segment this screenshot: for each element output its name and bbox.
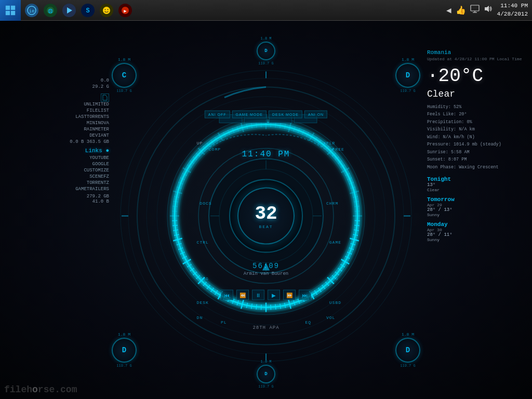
bottom-center-circle: D (257, 365, 275, 383)
taskbar-icon-3[interactable] (62, 4, 76, 17)
svg-marker-8 (67, 7, 72, 14)
svg-rect-0 (6, 5, 10, 9)
link-item[interactable]: GOOGLE (5, 162, 109, 167)
top-circle-size: 119.7 G (258, 61, 273, 65)
taskbar-icon-red[interactable]: ▶ (118, 4, 132, 17)
stat-item: 0.0 B 363.5 GB (5, 139, 109, 144)
svg-marker-18 (485, 6, 489, 12)
weather-details: Humidity: 52% Feels Like: 20° Precipitat… (427, 103, 526, 171)
taskbar-icon-2[interactable]: 🌐 (44, 4, 57, 17)
right-top-circle: D (395, 63, 420, 88)
ani-off-button[interactable]: ANI OFF (205, 111, 230, 118)
taskbar-icon-skype[interactable]: S (81, 4, 95, 17)
forecast-monday: Monday Apr 30 28° / 11° Sunny (427, 221, 526, 242)
stat-item: UNLIMITED (5, 102, 109, 107)
link-item[interactable]: YOUTUBE (5, 155, 109, 161)
clock-date: 4/28/2012 (497, 10, 528, 18)
watermark: filehorse.com (4, 384, 77, 395)
svg-line-89 (271, 304, 271, 310)
svg-line-121 (172, 211, 177, 211)
game-mode-button[interactable]: GAME MODE (232, 111, 267, 118)
svg-line-61 (355, 221, 360, 221)
next-button[interactable]: ⏩ (283, 290, 296, 300)
pause-button[interactable]: ⏸ (252, 290, 264, 300)
left-bottom-circle: D (112, 338, 137, 363)
file-icon (101, 94, 109, 102)
link-item[interactable]: SCENEFZ (5, 174, 109, 179)
track-info: 56:09 Armin van Buuren (244, 262, 288, 276)
svg-rect-3 (11, 10, 15, 15)
track-date: 28TH APA (252, 325, 279, 330)
center-label: BEAT (259, 224, 273, 229)
svg-line-119 (172, 221, 177, 221)
links-header: Links ● (5, 148, 109, 154)
track-time: 56:09 (244, 262, 288, 270)
tray-display-icon[interactable] (470, 5, 480, 16)
tray-area: ◀ 👍 11:40 PM 4/28/2012 (446, 2, 532, 18)
link-item[interactable]: CUSTOMIZE (5, 168, 109, 173)
forecast-tonight: Tonight 13° Clear (427, 176, 526, 192)
links-list: YOUTUBEGOOGLECUSTOMIZESCENEFZTORRENTZGAM… (5, 155, 109, 192)
label-fag: FAG (200, 276, 208, 281)
label-docs: DOCS (200, 201, 211, 206)
right-bottom-circle: D (395, 338, 420, 363)
svg-text:S: S (86, 7, 89, 15)
weather-panel: Romania Updated at 4/28/12 11:00 PM Loca… (427, 49, 526, 246)
bottom-center-indicator: 1.8 M D 119.7 G (257, 360, 275, 389)
svg-rect-15 (471, 5, 479, 11)
label-game: GAME (329, 240, 341, 245)
clock-display: 11:40 PM 4/28/2012 (497, 2, 528, 18)
bottom-circle-size: 119.7 G (258, 384, 273, 389)
svg-line-58 (354, 206, 360, 207)
tray-volume-icon[interactable] (484, 5, 493, 16)
left-panel: 0.0 29.2 G UNLIMITED FILELIST LASTTORREN… (5, 47, 109, 204)
stat-item: 29.2 G (5, 84, 109, 89)
stat-item: RAINMETER (5, 127, 109, 132)
taskbar-icon-1[interactable]: ie (25, 4, 38, 17)
desk-mode-button[interactable]: DESK MODE (269, 111, 302, 118)
forecast-tomorrow: Tomorrow Apr 29 28° / 13° Sunny (427, 196, 526, 217)
svg-line-118 (172, 225, 178, 225)
link-item[interactable]: TORRENTZ (5, 180, 109, 185)
weather-condition: Clear (427, 89, 526, 99)
svg-text:🌐: 🌐 (48, 8, 53, 14)
track-artist: Armin van Buuren (244, 271, 288, 276)
start-button[interactable] (0, 0, 21, 21)
stat-item: LASTTORRENTS (5, 114, 109, 119)
svg-point-11 (105, 9, 106, 10)
taskbar-icons: ie 🌐 S ▶ (21, 4, 136, 17)
label-eq: EQ (305, 320, 311, 324)
prev-button[interactable]: ⏪ (236, 290, 249, 300)
next-next-button[interactable]: ⏭ (299, 290, 311, 300)
weather-temperature: ·20°C (427, 65, 526, 87)
hud-buttons-top: ANI OFF GAME MODE DESK MODE ANI ON (205, 111, 327, 118)
stat-item: DEVIANT (5, 133, 109, 138)
svg-point-10 (103, 7, 110, 14)
svg-rect-1 (11, 5, 15, 9)
left-top-circle: C (112, 63, 137, 88)
svg-rect-2 (6, 10, 10, 15)
bottom-circle-value: 1.8 M (260, 360, 271, 364)
play-button[interactable]: ▶ (268, 290, 280, 300)
label-comp: COMP (209, 147, 221, 151)
svg-line-88 (275, 304, 276, 310)
hud-time: 11:40 PM (242, 150, 290, 159)
label-free: FREE (332, 147, 344, 151)
top-center-indicator: 1.8 M D 119.7 G (257, 36, 275, 65)
tray-back-icon[interactable]: ◀ (446, 5, 451, 16)
right-top-indicator: 1.8 M D 119.7 G (395, 57, 420, 93)
label-usbd: USBD (329, 300, 341, 305)
weather-location: Romania (427, 49, 526, 56)
left-top-indicator: 1.8 M C 119.7 G (112, 57, 137, 93)
link-item[interactable]: GAMETRAILERS (5, 187, 109, 192)
label-dn: DN (197, 315, 203, 320)
ani-on-button[interactable]: ANI ON (304, 111, 327, 118)
taskbar-icon-emoji[interactable] (100, 4, 113, 17)
label-pl: PL (221, 320, 227, 324)
svg-text:▶: ▶ (124, 9, 127, 14)
tray-thumb-icon[interactable]: 👍 (456, 5, 466, 16)
center-display: 32 BEAT (237, 188, 295, 245)
prev-prev-button[interactable]: ⏮ (221, 290, 233, 300)
svg-point-12 (108, 9, 109, 10)
right-bottom-indicator: 1.8 M D 119.7 G (395, 332, 420, 368)
